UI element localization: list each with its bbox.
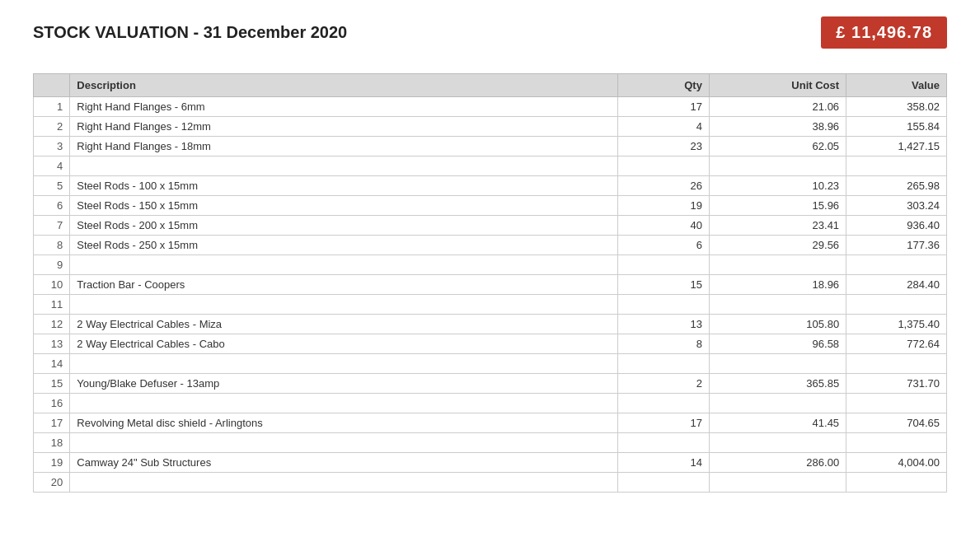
cell-cost (709, 255, 846, 275)
cell-cost (709, 295, 846, 315)
col-header-num (34, 74, 70, 97)
table-row: 20 (34, 473, 947, 493)
cell-cost: 21.06 (709, 97, 846, 117)
cell-desc: Steel Rods - 200 x 15mm (70, 216, 618, 236)
cell-qty (618, 295, 710, 315)
cell-cost (709, 394, 846, 413)
cell-val (846, 295, 947, 315)
cell-qty (618, 473, 710, 493)
cell-num: 4 (34, 156, 70, 176)
cell-desc (70, 473, 618, 493)
table-row: 3Right Hand Flanges - 18mm2362.051,427.1… (34, 137, 947, 156)
cell-qty: 8 (618, 334, 710, 354)
table-row: 10Traction Bar - Coopers1518.96284.40 (34, 275, 947, 295)
cell-num: 7 (34, 216, 70, 236)
cell-val: 1,375.40 (846, 315, 947, 334)
cell-val: 303.24 (846, 196, 947, 216)
cell-val: 358.02 (846, 97, 947, 117)
cell-val: 284.40 (846, 275, 947, 295)
cell-num: 16 (34, 394, 70, 413)
cell-desc: Right Hand Flanges - 18mm (70, 137, 618, 156)
cell-val (846, 394, 947, 413)
cell-num: 2 (34, 117, 70, 137)
cell-desc: Traction Bar - Coopers (70, 275, 618, 295)
table-row: 2Right Hand Flanges - 12mm438.96155.84 (34, 117, 947, 137)
cell-cost: 18.96 (709, 275, 846, 295)
cell-cost (709, 156, 846, 176)
total-badge: £ 11,496.78 (821, 16, 947, 49)
cell-desc (70, 394, 618, 413)
cell-val (846, 473, 947, 493)
cell-qty: 17 (618, 413, 710, 433)
table-row: 1Right Hand Flanges - 6mm1721.06358.02 (34, 97, 947, 117)
cell-val: 4,004.00 (846, 453, 947, 473)
cell-qty: 6 (618, 236, 710, 255)
cell-qty: 14 (618, 453, 710, 473)
cell-desc (70, 433, 618, 453)
cell-val (846, 156, 947, 176)
cell-cost: 38.96 (709, 117, 846, 137)
cell-desc: Young/Blake Defuser - 13amp (70, 374, 618, 394)
cell-qty: 19 (618, 196, 710, 216)
cell-num: 9 (34, 255, 70, 275)
cell-val: 704.65 (846, 413, 947, 433)
cell-desc: Steel Rods - 250 x 15mm (70, 236, 618, 255)
cell-desc (70, 295, 618, 315)
cell-desc: Right Hand Flanges - 6mm (70, 97, 618, 117)
cell-val: 731.70 (846, 374, 947, 394)
cell-num: 5 (34, 176, 70, 196)
cell-val (846, 255, 947, 275)
cell-qty (618, 433, 710, 453)
table-row: 122 Way Electrical Cables - Miza13105.80… (34, 315, 947, 334)
cell-num: 19 (34, 453, 70, 473)
cell-cost (709, 354, 846, 374)
cell-num: 10 (34, 275, 70, 295)
table-row: 8Steel Rods - 250 x 15mm629.56177.36 (34, 236, 947, 255)
cell-num: 11 (34, 295, 70, 315)
cell-num: 12 (34, 315, 70, 334)
col-header-cost: Unit Cost (709, 74, 846, 97)
cell-cost: 23.41 (709, 216, 846, 236)
cell-desc: Steel Rods - 150 x 15mm (70, 196, 618, 216)
cell-num: 8 (34, 236, 70, 255)
table-row: 132 Way Electrical Cables - Cabo896.5877… (34, 334, 947, 354)
col-header-desc: Description (70, 74, 618, 97)
cell-cost: 286.00 (709, 453, 846, 473)
table-row: 15Young/Blake Defuser - 13amp2365.85731.… (34, 374, 947, 394)
stock-table: Description Qty Unit Cost Value 1Right H… (33, 73, 947, 493)
cell-desc: Steel Rods - 100 x 15mm (70, 176, 618, 196)
cell-cost: 96.58 (709, 334, 846, 354)
cell-num: 6 (34, 196, 70, 216)
table-row: 14 (34, 354, 947, 374)
table-row: 16 (34, 394, 947, 413)
cell-cost: 41.45 (709, 413, 846, 433)
cell-qty (618, 156, 710, 176)
cell-num: 18 (34, 433, 70, 453)
cell-cost: 10.23 (709, 176, 846, 196)
cell-qty: 23 (618, 137, 710, 156)
cell-qty: 2 (618, 374, 710, 394)
cell-qty: 4 (618, 117, 710, 137)
cell-cost: 62.05 (709, 137, 846, 156)
cell-val: 772.64 (846, 334, 947, 354)
table-row: 5Steel Rods - 100 x 15mm2610.23265.98 (34, 176, 947, 196)
cell-val: 1,427.15 (846, 137, 947, 156)
cell-num: 14 (34, 354, 70, 374)
cell-cost: 105.80 (709, 315, 846, 334)
cell-desc: Camway 24" Sub Structures (70, 453, 618, 473)
cell-qty: 40 (618, 216, 710, 236)
cell-num: 13 (34, 334, 70, 354)
table-row: 9 (34, 255, 947, 275)
cell-qty (618, 354, 710, 374)
table-row: 11 (34, 295, 947, 315)
cell-desc: 2 Way Electrical Cables - Cabo (70, 334, 618, 354)
table-row: 7Steel Rods - 200 x 15mm4023.41936.40 (34, 216, 947, 236)
cell-desc: 2 Way Electrical Cables - Miza (70, 315, 618, 334)
cell-cost (709, 473, 846, 493)
cell-cost (709, 433, 846, 453)
cell-num: 20 (34, 473, 70, 493)
cell-num: 1 (34, 97, 70, 117)
cell-val: 155.84 (846, 117, 947, 137)
cell-qty (618, 394, 710, 413)
table-header-row: Description Qty Unit Cost Value (34, 74, 947, 97)
